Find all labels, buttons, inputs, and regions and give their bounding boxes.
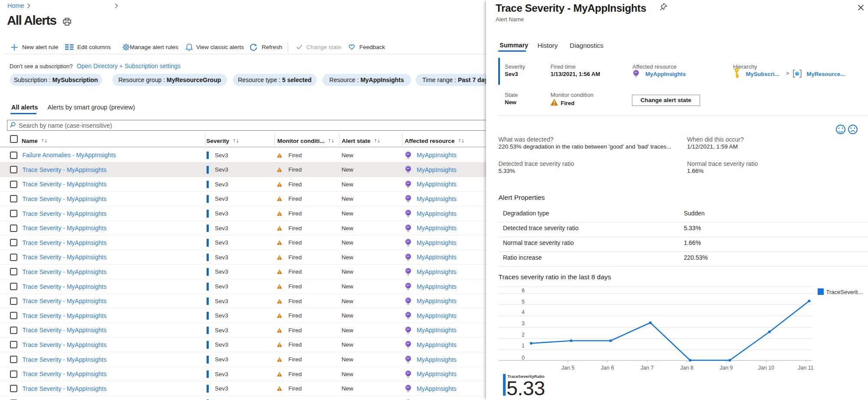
- svg-text:2: 2: [522, 332, 525, 338]
- svg-text:0: 0: [522, 355, 525, 361]
- svg-text:Jan 7: Jan 7: [641, 365, 654, 371]
- svg-text:Jan 8: Jan 8: [680, 365, 694, 371]
- svg-text:3: 3: [522, 321, 525, 327]
- svg-text:1: 1: [522, 343, 525, 349]
- svg-text:Jan 9: Jan 9: [720, 365, 733, 371]
- svg-text:Jan 6: Jan 6: [601, 365, 614, 371]
- svg-text:Jan 5: Jan 5: [561, 365, 575, 371]
- svg-text:5: 5: [522, 299, 525, 305]
- svg-text:Jan 10: Jan 10: [758, 365, 775, 371]
- svg-text:6: 6: [522, 288, 525, 294]
- svg-text:Jan 11: Jan 11: [798, 365, 814, 371]
- svg-text:4: 4: [522, 309, 525, 315]
